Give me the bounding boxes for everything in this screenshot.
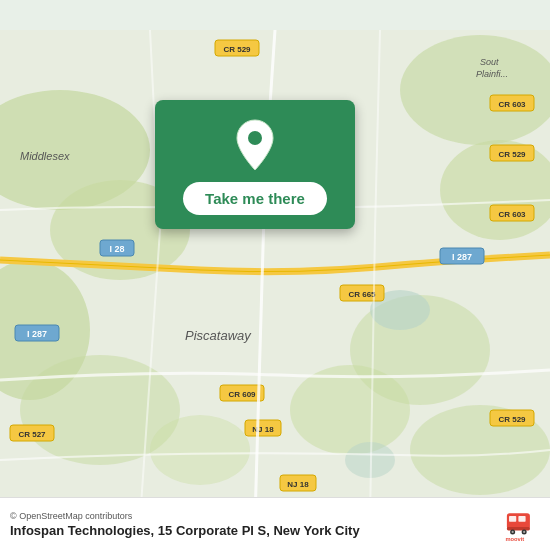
map-background: I 287 I 287 CR 529 CR 529 CR 529 CR 603 …	[0, 0, 550, 550]
svg-text:I 287: I 287	[27, 329, 47, 339]
svg-text:CR 529: CR 529	[223, 45, 251, 54]
svg-text:NJ 18: NJ 18	[252, 425, 274, 434]
location-panel: Take me there	[155, 100, 355, 229]
info-text-block: © OpenStreetMap contributors Infospan Te…	[10, 511, 494, 538]
svg-text:CR 665: CR 665	[348, 290, 376, 299]
take-me-there-button[interactable]: Take me there	[183, 182, 327, 215]
svg-rect-45	[509, 516, 516, 522]
svg-text:Plainfi...: Plainfi...	[476, 69, 508, 79]
svg-point-43	[248, 131, 262, 145]
location-pin-icon	[233, 118, 277, 172]
svg-point-51	[523, 531, 525, 533]
svg-rect-47	[507, 527, 530, 531]
svg-text:CR 529: CR 529	[498, 150, 526, 159]
svg-text:moovit: moovit	[505, 536, 524, 542]
map-container: I 287 I 287 CR 529 CR 529 CR 529 CR 603 …	[0, 0, 550, 550]
svg-text:Sout: Sout	[480, 57, 499, 67]
moovit-icon: moovit	[504, 506, 540, 542]
svg-point-9	[150, 415, 250, 485]
svg-text:CR 603: CR 603	[498, 100, 526, 109]
svg-text:CR 609: CR 609	[228, 390, 256, 399]
moovit-logo: moovit	[504, 506, 540, 542]
svg-text:I 287: I 287	[452, 252, 472, 262]
location-title: Infospan Technologies, 15 Corporate Pl S…	[10, 523, 494, 538]
svg-text:Middlesex: Middlesex	[20, 150, 70, 162]
svg-point-49	[512, 531, 514, 533]
info-bar: © OpenStreetMap contributors Infospan Te…	[0, 497, 550, 550]
svg-text:CR 603: CR 603	[498, 210, 526, 219]
svg-rect-46	[518, 516, 525, 522]
map-attribution: © OpenStreetMap contributors	[10, 511, 494, 521]
svg-text:NJ 18: NJ 18	[287, 480, 309, 489]
svg-text:I 28: I 28	[109, 244, 124, 254]
svg-point-7	[290, 365, 410, 455]
svg-text:CR 527: CR 527	[18, 430, 46, 439]
svg-text:CR 529: CR 529	[498, 415, 526, 424]
svg-text:Piscataway: Piscataway	[185, 328, 252, 343]
